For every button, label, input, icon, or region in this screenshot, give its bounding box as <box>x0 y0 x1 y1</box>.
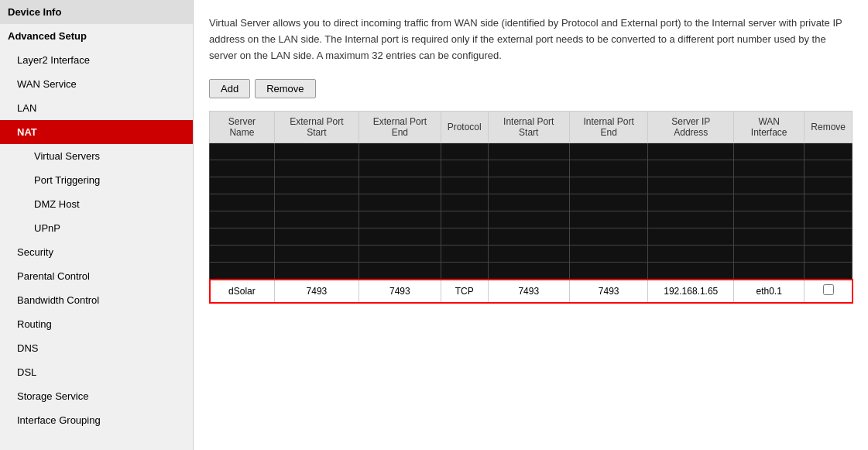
sidebar-item-virtual-servers[interactable]: Virtual Servers <box>0 144 193 168</box>
sidebar-item-nat[interactable]: NAT <box>0 120 193 144</box>
cell-3: TCP <box>441 280 488 303</box>
col-header-4: Internal Port Start <box>488 112 569 143</box>
sidebar-item-routing[interactable]: Routing <box>0 312 193 336</box>
sidebar-item-security[interactable]: Security <box>0 240 193 264</box>
row-remove-checkbox[interactable] <box>823 284 834 295</box>
col-header-0: Server Name <box>210 112 275 143</box>
col-header-1: External Port Start <box>274 112 359 143</box>
table-header-row: Server NameExternal Port StartExternal P… <box>210 112 853 143</box>
col-header-8: Remove <box>805 112 853 143</box>
virtual-servers-table: Server NameExternal Port StartExternal P… <box>209 111 853 303</box>
sidebar-item-lan[interactable]: LAN <box>0 96 193 120</box>
remove-button[interactable]: Remove <box>255 79 315 98</box>
page-description: Virtual Server allows you to direct inco… <box>209 15 853 64</box>
table-row <box>210 160 853 177</box>
col-header-5: Internal Port End <box>569 112 648 143</box>
table-row <box>210 228 853 246</box>
cell-4: 7493 <box>488 280 569 303</box>
col-header-6: Server IP Address <box>648 112 734 143</box>
sidebar-item-dsl[interactable]: DSL <box>0 360 193 384</box>
sidebar-item-port-triggering[interactable]: Port Triggering <box>0 168 193 192</box>
col-header-3: Protocol <box>441 112 488 143</box>
remove-checkbox[interactable] <box>805 280 853 303</box>
sidebar-item-storage-service[interactable]: Storage Service <box>0 384 193 408</box>
sidebar-item-bandwidth-control[interactable]: Bandwidth Control <box>0 288 193 312</box>
col-header-2: External Port End <box>359 112 441 143</box>
sidebar-item-dmz-host[interactable]: DMZ Host <box>0 192 193 216</box>
col-header-7: WAN Interface <box>734 112 805 143</box>
table-row <box>210 143 853 160</box>
table-row <box>210 211 853 228</box>
sidebar-item-wan-service[interactable]: WAN Service <box>0 72 193 96</box>
table-row <box>210 194 853 211</box>
cell-7: eth0.1 <box>734 280 805 303</box>
sidebar-item-dns[interactable]: DNS <box>0 336 193 360</box>
sidebar-item-layer2-interface[interactable]: Layer2 Interface <box>0 48 193 72</box>
button-bar: Add Remove <box>209 79 853 98</box>
table-row <box>210 246 853 263</box>
table-row <box>210 177 853 194</box>
table-row: dSolar74937493TCP74937493192.168.1.65eth… <box>210 280 853 303</box>
cell-5: 7493 <box>569 280 648 303</box>
sidebar-item-device-info[interactable]: Device Info <box>0 0 193 24</box>
main-content: Virtual Server allows you to direct inco… <box>194 0 868 450</box>
cell-1: 7493 <box>274 280 359 303</box>
cell-0: dSolar <box>210 280 275 303</box>
sidebar-item-parental-control[interactable]: Parental Control <box>0 264 193 288</box>
table-row <box>210 263 853 280</box>
sidebar-item-upnp[interactable]: UPnP <box>0 216 193 240</box>
sidebar-item-advanced-setup[interactable]: Advanced Setup <box>0 24 193 48</box>
cell-2: 7493 <box>359 280 441 303</box>
sidebar: Device InfoAdvanced SetupLayer2 Interfac… <box>0 0 194 450</box>
sidebar-item-interface-grouping[interactable]: Interface Grouping <box>0 408 193 432</box>
add-button[interactable]: Add <box>209 79 250 98</box>
cell-6: 192.168.1.65 <box>648 280 734 303</box>
